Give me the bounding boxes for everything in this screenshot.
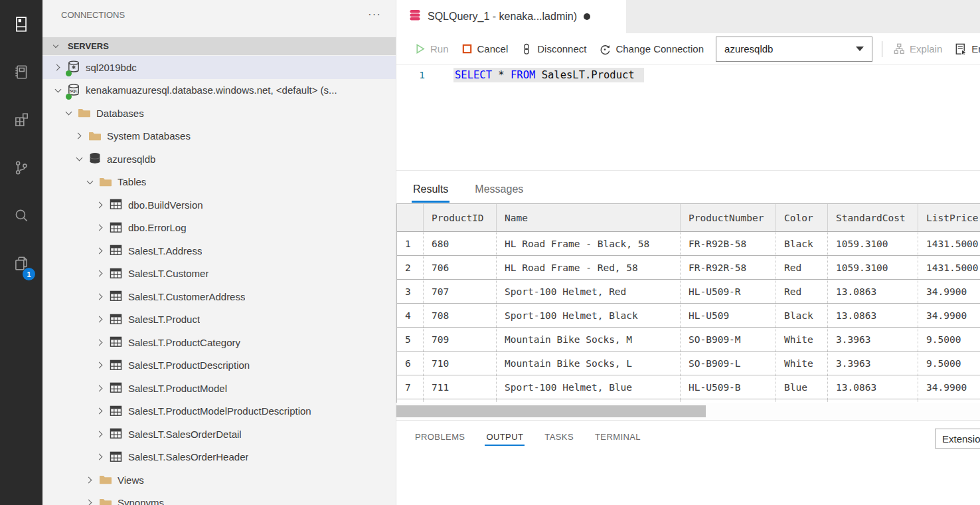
grid-cell[interactable]: 708 (424, 304, 497, 327)
grid-cell[interactable]: White (776, 352, 828, 375)
tree-item-sql2019bdc[interactable]: sql2019bdc (42, 56, 396, 79)
table-row[interactable]: 1680HL Road Frame - Black, 58FR-R92B-58B… (397, 232, 980, 256)
chevron-right-icon[interactable] (50, 60, 65, 74)
activity-bar-item-source-control[interactable] (0, 144, 42, 191)
tree-item-azuresqldb[interactable]: azuresqldb (42, 148, 396, 171)
panel-tab-output[interactable]: OUTPUT (486, 422, 523, 451)
cancel-button[interactable]: Cancel (461, 43, 509, 55)
chevron-right-icon[interactable] (93, 266, 108, 281)
grid-cell[interactable]: FR-R92R-58 (681, 256, 776, 279)
output-channel-select[interactable]: Extensions (935, 429, 980, 449)
grid-cell[interactable]: 7 (397, 375, 424, 399)
chevron-down-icon[interactable] (72, 152, 86, 166)
table-row[interactable]: 4708Sport-100 Helmet, BlackHL-U509Black1… (397, 304, 980, 328)
grid-header-cell[interactable]: ProductID (424, 204, 497, 231)
tree-item-saleslt-salesorderheader[interactable]: SalesLT.SalesOrderHeader (42, 446, 396, 469)
run-button[interactable]: Run (414, 43, 449, 55)
grid-cell[interactable]: SO-B909-L (681, 352, 776, 375)
disconnect-button[interactable]: Disconnect (520, 43, 586, 56)
grid-cell[interactable]: 6 (397, 352, 424, 375)
grid-cell[interactable]: 3 (397, 280, 424, 303)
enable-sqlcmd-button[interactable]: Enable SQLCMD (954, 43, 980, 56)
tree-item-dbo-buildversion[interactable]: dbo.BuildVersion (42, 193, 396, 217)
servers-section-header[interactable]: SERVERS (42, 37, 396, 55)
grid-cell[interactable]: Blue (776, 375, 828, 399)
table-row[interactable]: 5709Mountain Bike Socks, MSO-B909-MWhite… (397, 328, 980, 352)
chevron-right-icon[interactable] (93, 427, 108, 441)
chevron-right-icon[interactable] (93, 243, 108, 258)
grid-cell[interactable]: Sport-100 Helmet, Black (497, 304, 681, 327)
change-connection-button[interactable]: Change Connection (598, 43, 704, 56)
grid-cell[interactable]: 5 (397, 328, 424, 351)
grid-cell[interactable]: 711 (424, 375, 497, 399)
tree-item-saleslt-productdescription[interactable]: SalesLT.ProductDescription (42, 354, 396, 377)
grid-header-cell[interactable]: ProductNumber (681, 204, 776, 231)
grid-cell[interactable]: 13.0863 (828, 280, 918, 303)
tree-item-tables[interactable]: Tables (42, 171, 396, 194)
grid-cell[interactable]: Red (776, 256, 828, 279)
activity-bar-item-search[interactable] (0, 191, 42, 239)
table-row[interactable]: 6710Mountain Bike Socks, LSO-B909-LWhite… (397, 352, 980, 375)
activity-bar-item-notebook[interactable] (0, 48, 42, 96)
grid-cell[interactable]: 3.3963 (828, 328, 918, 351)
activity-bar-item-extensions[interactable] (0, 96, 42, 144)
database-dropdown[interactable]: azuresqldb (716, 37, 872, 62)
results-tab-messages[interactable]: Messages (475, 183, 523, 203)
grid-header-cell[interactable]: Name (497, 204, 681, 231)
tree-item-synonyms[interactable]: Synonyms (42, 492, 396, 505)
tree-item-dbo-errorlog[interactable]: dbo.ErrorLog (42, 217, 396, 240)
tree-item-saleslt-productmodel[interactable]: SalesLT.ProductModel (42, 377, 396, 400)
grid-cell[interactable]: 34.9900 (918, 375, 980, 399)
grid-header-row[interactable]: ProductIDNameProductNumberColorStandardC… (397, 204, 980, 232)
chevron-right-icon[interactable] (93, 358, 108, 373)
grid-cell[interactable]: White (776, 328, 828, 351)
tree-item-saleslt-customeraddress[interactable]: SalesLT.CustomerAddress (42, 285, 396, 308)
grid-cell[interactable]: Mountain Bike Socks, L (497, 352, 681, 375)
grid-cell[interactable]: Black (776, 232, 828, 255)
chevron-right-icon[interactable] (93, 450, 108, 464)
table-row[interactable]: 3707Sport-100 Helmet, RedHL-U509-RRed13.… (397, 280, 980, 304)
tree-item-saleslt-customer[interactable]: SalesLT.Customer (42, 262, 396, 286)
grid-cell[interactable]: 1431.5000 (918, 232, 980, 255)
grid-cell[interactable]: 13.0863 (828, 375, 918, 399)
grid-cell[interactable]: HL-U509-R (681, 280, 776, 303)
grid-cell[interactable]: HL-U509-B (681, 375, 776, 399)
grid-cell[interactable]: HL Road Frame - Black, 58 (497, 232, 681, 255)
chevron-right-icon[interactable] (93, 381, 108, 395)
grid-cell[interactable]: 1 (397, 232, 424, 255)
tab-sqlquery1[interactable]: SQLQuery_1 - kenaka...ladmin) (396, 0, 626, 33)
grid-cell[interactable]: 34.9900 (918, 304, 980, 327)
chevron-right-icon[interactable] (93, 289, 108, 304)
grid-cell[interactable]: 710 (424, 352, 497, 375)
grid-header-cell[interactable]: StandardCost (828, 204, 918, 231)
scrollbar-thumb[interactable] (396, 405, 706, 417)
panel-tab-terminal[interactable]: TERMINAL (595, 422, 641, 451)
chevron-down-icon[interactable] (61, 106, 76, 120)
grid-cell[interactable]: 9.5000 (918, 352, 980, 375)
tree-item-saleslt-productcategory[interactable]: SalesLT.ProductCategory (42, 331, 396, 354)
tree-item-views[interactable]: Views (42, 468, 396, 492)
grid-cell[interactable]: FR-R92B-58 (681, 232, 776, 255)
panel-tab-problems[interactable]: PROBLEMS (415, 422, 465, 451)
grid-cell[interactable]: 9.5000 (918, 328, 980, 351)
table-row[interactable]: 7711Sport-100 Helmet, BlueHL-U509-BBlue1… (397, 375, 980, 399)
chevron-right-icon[interactable] (82, 472, 97, 487)
chevron-right-icon[interactable] (72, 129, 86, 144)
grid-cell[interactable]: HL-U509 (681, 304, 776, 327)
grid-cell[interactable]: 707 (424, 280, 497, 303)
chevron-right-icon[interactable] (93, 404, 108, 419)
grid-header-cell[interactable] (397, 204, 424, 231)
explain-button[interactable]: Explain (893, 43, 942, 55)
chevron-down-icon[interactable] (82, 175, 97, 189)
grid-cell[interactable]: HL Road Frame - Red, 58 (497, 256, 681, 279)
grid-cell[interactable]: 1059.3100 (828, 256, 918, 279)
panel-tab-tasks[interactable]: TASKS (544, 422, 574, 451)
table-row[interactable]: 2706HL Road Frame - Red, 58FR-R92R-58Red… (397, 256, 980, 280)
tree-item-saleslt-address[interactable]: SalesLT.Address (42, 239, 396, 262)
tree-item-kenakamuazuresql-database-windows-net-default-s[interactable]: SQLkenakamuazuresql.database.windows.net… (42, 79, 396, 102)
tree-item-saleslt-salesorderdetail[interactable]: SalesLT.SalesOrderDetail (42, 423, 396, 446)
tree-item-databases[interactable]: Databases (42, 102, 396, 125)
chevron-down-icon[interactable] (50, 83, 65, 98)
tree-item-saleslt-productmodelproductdescription[interactable]: SalesLT.ProductModelProductDescription (42, 400, 396, 423)
tree-item-saleslt-product[interactable]: SalesLT.Product (42, 308, 396, 332)
